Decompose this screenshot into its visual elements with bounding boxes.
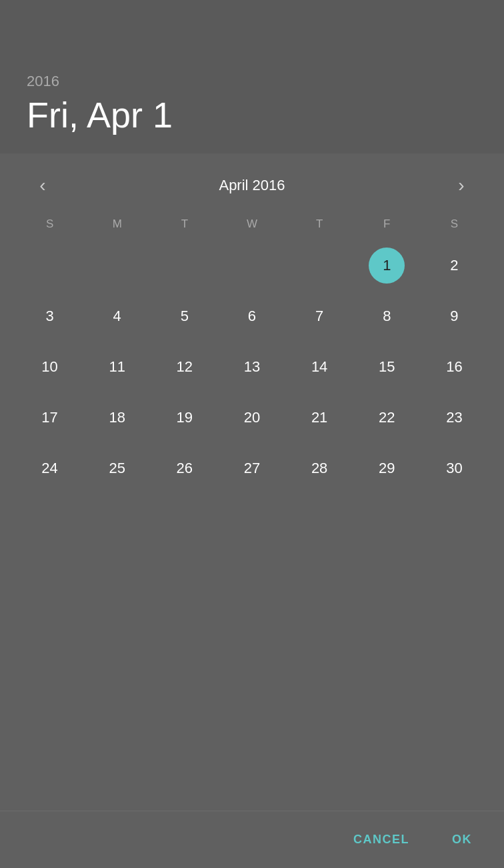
day-cell-29[interactable]: 29 (353, 444, 421, 492)
day-cell-18[interactable]: 18 (83, 394, 151, 442)
day-cell-3[interactable]: 3 (16, 292, 83, 340)
day-header-tue: T (151, 212, 218, 236)
day-cell-24[interactable]: 24 (16, 444, 83, 492)
day-cell-5[interactable]: 5 (151, 292, 218, 340)
dialog-footer: CANCEL OK (0, 811, 504, 868)
day-cell-21[interactable]: 21 (286, 394, 353, 442)
day-cell-11[interactable]: 11 (83, 343, 151, 391)
day-cell-28[interactable]: 28 (286, 444, 353, 492)
month-navigation: ‹ April 2016 › (0, 153, 504, 212)
day-header-mon: M (83, 212, 151, 236)
day-cell-10[interactable]: 10 (16, 343, 83, 391)
day-cell-empty-2 (83, 242, 151, 290)
day-cell-26[interactable]: 26 (151, 444, 218, 492)
day-cell-2[interactable]: 2 (421, 242, 488, 290)
selected-date-label: Fri, Apr 1 (27, 95, 477, 135)
day-cell-1[interactable]: 1 (353, 242, 421, 290)
days-grid: 1 2 3 4 5 6 7 8 9 10 11 12 13 14 15 16 1… (16, 242, 488, 492)
day-cell-7[interactable]: 7 (286, 292, 353, 340)
day-cell-19[interactable]: 19 (151, 394, 218, 442)
calendar-grid: S M T W T F S 1 2 3 4 5 6 7 8 9 10 (0, 212, 504, 811)
day-cell-12[interactable]: 12 (151, 343, 218, 391)
day-cell-27[interactable]: 27 (218, 444, 285, 492)
day-header-wed: W (218, 212, 285, 236)
day-headers-row: S M T W T F S (16, 212, 488, 236)
day-header-sat: S (421, 212, 488, 236)
day-cell-8[interactable]: 8 (353, 292, 421, 340)
calendar-body: ‹ April 2016 › S M T W T F S 1 2 3 4 5 6 (0, 153, 504, 811)
day-cell-empty-4 (218, 242, 285, 290)
day-cell-9[interactable]: 9 (421, 292, 488, 340)
day-cell-23[interactable]: 23 (421, 394, 488, 442)
month-year-label: April 2016 (219, 177, 285, 194)
year-label: 2016 (27, 73, 477, 90)
day-cell-14[interactable]: 14 (286, 343, 353, 391)
day-cell-empty-3 (151, 242, 218, 290)
day-cell-15[interactable]: 15 (353, 343, 421, 391)
day-cell-22[interactable]: 22 (353, 394, 421, 442)
day-cell-4[interactable]: 4 (83, 292, 151, 340)
day-cell-empty-1 (16, 242, 83, 290)
ok-button[interactable]: OK (441, 825, 483, 855)
day-cell-6[interactable]: 6 (218, 292, 285, 340)
day-header-thu: T (286, 212, 353, 236)
day-cell-13[interactable]: 13 (218, 343, 285, 391)
day-header-fri: F (353, 212, 421, 236)
next-month-button[interactable]: › (445, 169, 477, 201)
cancel-button[interactable]: CANCEL (343, 825, 420, 855)
day-cell-25[interactable]: 25 (83, 444, 151, 492)
day-header-sun: S (16, 212, 83, 236)
day-cell-20[interactable]: 20 (218, 394, 285, 442)
date-picker-header: 2016 Fri, Apr 1 (0, 0, 504, 153)
day-cell-30[interactable]: 30 (421, 444, 488, 492)
day-cell-17[interactable]: 17 (16, 394, 83, 442)
prev-month-button[interactable]: ‹ (27, 169, 59, 201)
day-cell-16[interactable]: 16 (421, 343, 488, 391)
day-cell-empty-5 (286, 242, 353, 290)
